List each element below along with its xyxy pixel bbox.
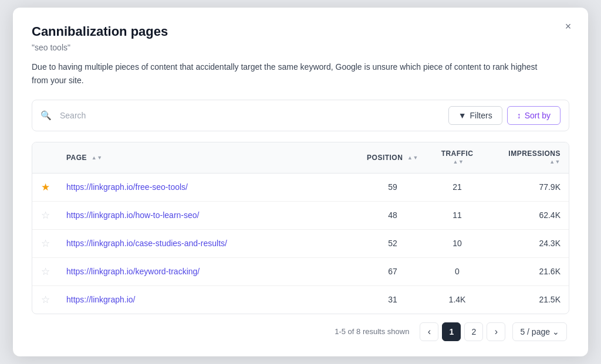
col-header-page[interactable]: PAGE ▲▼ [58,142,357,174]
page-cell[interactable]: https://linkgraph.io/how-to-learn-seo/ [58,201,357,229]
page-link[interactable]: https://linkgraph.io/case-studies-and-re… [66,239,227,248]
per-page-label: 5 / page [520,327,550,336]
star-empty-icon[interactable]: ☆ [41,294,50,305]
star-cell[interactable]: ☆ [32,285,58,314]
traffic-cell: 10 [428,229,487,257]
table-row: ☆ https://linkgraph.io/ 31 1.4K 21.5K [32,285,569,314]
sortby-label: Sort by [525,111,551,120]
star-empty-icon[interactable]: ☆ [41,238,50,249]
position-cell: 67 [357,257,428,285]
modal-title: Cannibalization pages [32,24,569,39]
sortby-icon: ↕ [517,111,521,120]
traffic-cell: 1.4K [428,285,487,314]
traffic-cell: 11 [428,201,487,229]
impressions-cell: 77.9K [487,173,569,201]
page-cell[interactable]: https://linkgraph.io/keyword-tracking/ [58,257,357,285]
star-cell[interactable]: ☆ [32,257,58,285]
page-cell[interactable]: https://linkgraph.io/case-studies-and-re… [58,229,357,257]
col-header-position[interactable]: POSITION ▲▼ [357,142,428,174]
toolbar-actions: ▼ Filters ↕ Sort by [448,106,561,125]
page-link[interactable]: https://linkgraph.io/how-to-learn-seo/ [66,210,199,220]
table-header-row: PAGE ▲▼ POSITION ▲▼ TRAFFIC ▲▼ IMPRESSIO… [32,142,569,174]
col-header-star [32,142,58,174]
page-link[interactable]: https://linkgraph.io/free-seo-tools/ [66,182,188,192]
sort-arrows-traffic: ▲▼ [453,159,464,165]
modal-description: Due to having multiple pieces of content… [32,60,548,87]
col-header-traffic[interactable]: TRAFFIC ▲▼ [428,142,487,174]
star-cell[interactable]: ★ [32,173,58,201]
modal-keyword: "seo tools" [32,43,569,52]
star-filled-icon[interactable]: ★ [41,182,50,193]
prev-page-button[interactable]: ‹ [420,322,438,341]
results-table: PAGE ▲▼ POSITION ▲▼ TRAFFIC ▲▼ IMPRESSIO… [32,142,569,314]
filter-icon: ▼ [458,111,467,120]
position-cell: 52 [357,229,428,257]
page-button-2[interactable]: 2 [464,322,483,341]
results-table-wrap: PAGE ▲▼ POSITION ▲▼ TRAFFIC ▲▼ IMPRESSIO… [32,142,569,314]
close-button[interactable]: × [560,18,576,35]
cannibalization-modal: × Cannibalization pages "seo tools" Due … [13,8,588,356]
page-button-1[interactable]: 1 [442,322,461,341]
pagination-info: 1-5 of 8 results shown [335,327,409,336]
position-cell: 31 [357,285,428,314]
col-header-impressions[interactable]: IMPRESSIONS ▲▼ [487,142,569,174]
search-icon: 🔍 [40,110,52,121]
sort-arrows-page: ▲▼ [92,155,103,161]
traffic-cell: 21 [428,173,487,201]
position-cell: 48 [357,201,428,229]
table-row: ☆ https://linkgraph.io/keyword-tracking/… [32,257,569,285]
impressions-cell: 21.6K [487,257,569,285]
star-cell[interactable]: ☆ [32,201,58,229]
impressions-cell: 62.4K [487,201,569,229]
next-page-button[interactable]: › [487,322,505,341]
star-empty-icon[interactable]: ☆ [41,266,50,277]
filters-label: Filters [470,111,492,120]
star-empty-icon[interactable]: ☆ [41,210,50,221]
impressions-cell: 24.3K [487,229,569,257]
sort-arrows-position: ▲▼ [407,155,418,161]
star-cell[interactable]: ☆ [32,229,58,257]
per-page-button[interactable]: 5 / page ⌄ [512,322,567,341]
position-cell: 59 [357,173,428,201]
per-page-chevron-icon: ⌄ [552,327,559,336]
table-row: ☆ https://linkgraph.io/how-to-learn-seo/… [32,201,569,229]
toolbar: 🔍 ▼ Filters ↕ Sort by [32,100,569,131]
search-input[interactable] [60,111,443,120]
page-cell[interactable]: https://linkgraph.io/ [58,285,357,314]
sort-arrows-impressions: ▲▼ [549,159,561,165]
page-link[interactable]: https://linkgraph.io/ [66,295,136,304]
table-row: ☆ https://linkgraph.io/case-studies-and-… [32,229,569,257]
pagination: 1-5 of 8 results shown ‹ 1 2 › 5 / page … [32,314,569,342]
page-cell[interactable]: https://linkgraph.io/free-seo-tools/ [58,173,357,201]
traffic-cell: 0 [428,257,487,285]
sortby-button[interactable]: ↕ Sort by [507,106,561,125]
table-row: ★ https://linkgraph.io/free-seo-tools/ 5… [32,173,569,201]
page-link[interactable]: https://linkgraph.io/keyword-tracking/ [66,267,200,276]
impressions-cell: 21.5K [487,285,569,314]
filters-button[interactable]: ▼ Filters [448,106,502,125]
